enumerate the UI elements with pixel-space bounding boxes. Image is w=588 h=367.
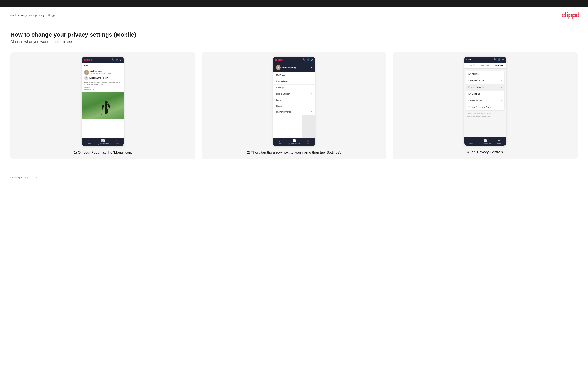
user-icon-3: 👤 <box>498 58 501 61</box>
close-icon: ✕ <box>307 139 309 142</box>
feed-user-name: Blair McHarg <box>90 70 111 72</box>
performance-icon: 📈 <box>101 139 105 142</box>
phone1-logo: clippd <box>84 58 92 61</box>
nav2-home-label: Home <box>278 143 282 145</box>
nav-menu-label: Menu <box>115 143 119 145</box>
step-3-description: 3) Tap 'Privacy Controls'. <box>466 150 505 155</box>
back-button: < Back <box>467 58 473 61</box>
nav3-home: ⌂ Home <box>464 139 478 144</box>
lesson-desc: Looking to feel like my hands are exitin… <box>84 81 121 85</box>
menu-icon: ≡ <box>116 139 118 142</box>
header-title: How to change your privacy settings <box>8 14 55 17</box>
main-content: How to change your privacy settings (Mob… <box>0 23 588 172</box>
phone-3-mockup: < Back 🔍 👤 ⊕ My Profile Connections Sett… <box>464 57 506 146</box>
phone1-bottom-nav: ⌂ Home 📈 My Performance ≡ Menu <box>82 138 124 146</box>
step-3-card: < Back 🔍 👤 ⊕ My Profile Connections Sett… <box>393 52 578 159</box>
settings-help: Help & Support ↗ <box>466 97 504 104</box>
tab-my-profile: My Profile <box>464 63 478 68</box>
phone2-content: B Blair McHarg ∧ My Profile Connections <box>273 63 315 138</box>
phone-2-mockup: clippd 🔍 👤 ⊕ B Blair McHarg <box>273 57 315 146</box>
phone2-logo: clippd <box>275 58 283 61</box>
phone-1-mockup: clippd 🔍 👤 ⊕ Feed B Blair McHarg <box>82 57 124 146</box>
svg-rect-2 <box>102 104 104 108</box>
menu-avatar: B <box>276 65 281 70</box>
nav-performance: 📈 My Performance <box>96 139 110 145</box>
feed-user-row: B Blair McHarg Yesterday · Sunningdale <box>84 70 121 75</box>
menu-section-performance: My Performance ∨ <box>273 109 315 115</box>
settings-icon-3: ⊕ <box>502 58 504 61</box>
search-icon: 🔍 <box>111 58 114 61</box>
menu-overlay: B Blair McHarg ∧ My Profile Connections <box>273 63 315 115</box>
logo: clippd <box>561 11 580 19</box>
menu-item-logout: Logout <box>273 97 315 103</box>
footer: Copyright Clippd 2022 <box>0 172 588 183</box>
chevron-right-icon-2: › <box>501 79 502 82</box>
menu-item-settings: Settings <box>273 85 315 91</box>
nav2-menu-label: Menu <box>306 143 310 145</box>
nav-menu: ≡ Menu <box>110 139 124 145</box>
nav2-performance: 📈 My Performance <box>287 139 301 145</box>
nav2-performance-label: My Performance <box>288 143 300 145</box>
step-1-description: 1) On your Feed, tap the 'Menu' icon. <box>74 150 132 155</box>
ext-icon-2: ↗ <box>500 100 502 101</box>
lesson-title: Lesson with Fordy <box>89 77 108 79</box>
performance-icon-3: 📈 <box>484 139 487 142</box>
svg-point-0 <box>105 101 108 104</box>
settings-service-privacy: Service & Privacy Policy ↗ <box>466 104 504 110</box>
menu-user-left: B Blair McHarg <box>276 65 296 70</box>
ext-icon: ↗ <box>311 93 312 95</box>
chevron-down-icon-2: ∨ <box>311 111 312 113</box>
user-icon-2: 👤 <box>307 58 310 61</box>
chevron-right-icon: › <box>501 73 502 75</box>
menu-item-connections: Connections <box>273 78 315 85</box>
svg-rect-1 <box>105 104 107 109</box>
search-icon-3: 🔍 <box>494 58 497 61</box>
tab-connections: Connections <box>478 63 492 68</box>
feed-item: B Blair McHarg Yesterday · Sunningdale 🏌… <box>82 68 124 92</box>
nav3-performance: 📈 My Performance <box>478 139 492 144</box>
phone2-header: clippd 🔍 👤 ⊕ <box>273 57 315 63</box>
nav-performance-label: My Performance <box>97 143 109 145</box>
phone3-content: My Profile Connections Settings My Accou… <box>464 63 506 137</box>
menu-icon-3: ≡ <box>498 139 500 142</box>
top-bar <box>0 0 588 8</box>
nav3-home-label: Home <box>469 142 474 144</box>
phone3-header: < Back 🔍 👤 ⊕ <box>464 57 506 63</box>
nav2-menu: ✕ Menu <box>301 139 315 145</box>
page-title: How to change your privacy settings (Mob… <box>10 31 578 38</box>
tab-settings: Settings <box>492 63 506 68</box>
svg-rect-3 <box>107 103 111 108</box>
performance-icon-2: 📈 <box>292 139 296 142</box>
phone1-content: Feed B Blair McHarg Yesterday · Sunningd… <box>82 63 124 138</box>
copyright: Copyright Clippd 2022 <box>10 176 37 179</box>
settings-data-integrations: Data Integrations › <box>466 77 504 84</box>
settings-my-account: My Account › <box>466 71 504 77</box>
nav3-performance-label: My Performance <box>479 142 491 144</box>
menu-user-row: B Blair McHarg ∧ <box>273 63 315 72</box>
user-icon: 👤 <box>116 58 119 61</box>
chevron-right-icon-3: › <box>501 86 502 88</box>
feed-duration: Duration 01 hr : 30 min <box>84 86 121 90</box>
phone2-bottom-nav: ⌂ Home 📈 My Performance ✕ Menu <box>273 138 315 146</box>
avatar: B <box>84 70 89 75</box>
step-2-description: 2) Then, tap the arrow next to your name… <box>247 150 341 155</box>
home-icon-3: ⌂ <box>470 139 472 142</box>
chevron-right-icon-4: › <box>501 93 502 95</box>
svg-line-6 <box>102 108 103 115</box>
phone1-icons: 🔍 👤 ⊕ <box>111 58 121 61</box>
step-1-card: clippd 🔍 👤 ⊕ Feed B Blair McHarg <box>10 52 195 159</box>
phone1-header: clippd 🔍 👤 ⊕ <box>82 57 124 63</box>
home-icon-2: ⌂ <box>279 139 281 142</box>
settings-tabs: My Profile Connections Settings <box>464 63 506 69</box>
nav-home-label: Home <box>87 143 91 145</box>
settings-icon: ⊕ <box>120 58 121 61</box>
phone3-bottom-nav: ⌂ Home 📈 My Performance ≡ Menu <box>464 137 506 146</box>
lesson-icon: 🏌 <box>84 76 88 80</box>
feed-user-info: Blair McHarg Yesterday · Sunningdale <box>90 70 111 75</box>
chevron-down-icon: ∨ <box>311 105 312 107</box>
feed-user-sub: Yesterday · Sunningdale <box>90 72 111 75</box>
ext-icon-3: ↗ <box>500 106 502 108</box>
steps-container: clippd 🔍 👤 ⊕ Feed B Blair McHarg <box>10 52 578 159</box>
search-icon-2: 🔍 <box>303 58 305 61</box>
menu-item-help: Help & Support ↗ <box>273 91 315 97</box>
